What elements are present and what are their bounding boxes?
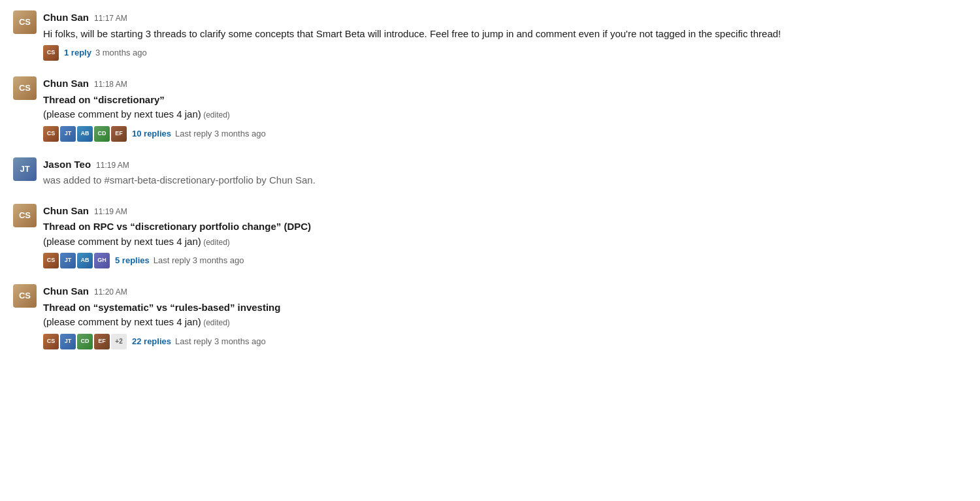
message-text: Thread on “discretionary”(please comment… — [43, 93, 967, 122]
reply-avatars: CSJTABCDEF — [43, 126, 128, 142]
reply-avatar: CS — [43, 253, 59, 268]
reply-avatar: CD — [77, 334, 93, 349]
reply-time: Last reply 3 months ago — [175, 335, 266, 348]
reply-time: Last reply 3 months ago — [175, 127, 266, 140]
message-header: Chun San11:18 AM — [43, 76, 967, 91]
message-text: Thread on RPC vs “discretionary portfoli… — [43, 219, 967, 249]
message-group: CSChun San11:18 AMThread on “discretiona… — [13, 76, 967, 142]
reply-avatar: GH — [94, 253, 110, 268]
message-content: Chun San11:18 AMThread on “discretionary… — [43, 76, 967, 142]
message-group: JTJason Teo11:19 AMwas added to #smart-b… — [13, 157, 967, 188]
message-body-text: was added to #smart-beta-discretionary-p… — [43, 174, 316, 186]
message-header: Chun San11:17 AM — [43, 10, 967, 25]
avatar[interactable]: JT — [13, 157, 37, 181]
message-header: Chun San11:20 AM — [43, 284, 967, 299]
reply-avatar: JT — [60, 126, 76, 142]
reply-count[interactable]: 10 replies — [132, 127, 171, 140]
message-timestamp: 11:18 AM — [94, 78, 127, 90]
reply-avatar: AB — [77, 126, 93, 142]
reply-avatars: CSJTCDEF+2 — [43, 334, 128, 349]
username[interactable]: Chun San — [43, 204, 89, 219]
message-bold-text: Thread on “discretionary” — [43, 94, 165, 105]
username[interactable]: Chun San — [43, 76, 89, 91]
reply-avatar: AB — [77, 253, 93, 268]
message-body-text: (please comment by next tues 4 jan) — [43, 236, 201, 247]
message-timestamp: 11:17 AM — [94, 12, 127, 24]
message-body-text: (please comment by next tues 4 jan) — [43, 108, 201, 120]
username[interactable]: Jason Teo — [43, 157, 91, 172]
edited-label: (edited) — [201, 318, 230, 327]
thread-replies[interactable]: CSJTABGH5 repliesLast reply 3 months ago — [43, 253, 967, 268]
reply-avatar: CS — [43, 126, 59, 142]
message-body-text: Hi folks, will be starting 3 threads to … — [43, 28, 781, 39]
reply-avatar: CD — [94, 126, 110, 142]
username[interactable]: Chun San — [43, 10, 89, 25]
message-timestamp: 11:19 AM — [94, 206, 127, 218]
reply-avatar: CS — [43, 45, 59, 61]
reply-avatars: CS — [43, 45, 60, 61]
message-timestamp: 11:19 AM — [96, 159, 129, 171]
edited-label: (edited) — [201, 110, 230, 120]
message-text: was added to #smart-beta-discretionary-p… — [43, 173, 967, 188]
username[interactable]: Chun San — [43, 284, 89, 299]
message-group: CSChun San11:17 AMHi folks, will be star… — [13, 10, 967, 61]
message-group: CSChun San11:19 AMThread on RPC vs “disc… — [13, 204, 967, 269]
message-bold-text: Thread on “systematic” vs “rules-based” … — [43, 302, 280, 313]
thread-replies[interactable]: CSJTCDEF+222 repliesLast reply 3 months … — [43, 334, 967, 349]
reply-time: Last reply 3 months ago — [154, 254, 244, 267]
reply-avatar: CS — [43, 334, 59, 349]
reply-avatar: JT — [60, 253, 76, 268]
reply-count[interactable]: 5 replies — [115, 254, 150, 267]
reply-count[interactable]: 22 replies — [132, 335, 171, 348]
reply-count[interactable]: 1 reply — [64, 46, 91, 59]
avatar[interactable]: CS — [13, 204, 37, 227]
avatar[interactable]: CS — [13, 284, 37, 308]
message-body-text: (please comment by next tues 4 jan) — [43, 316, 201, 327]
avatar[interactable]: CS — [13, 76, 37, 100]
reply-avatars: CSJTABGH — [43, 253, 111, 268]
messages-container: CSChun San11:17 AMHi folks, will be star… — [0, 0, 980, 376]
message-group: CSChun San11:20 AMThread on “systematic”… — [13, 284, 967, 349]
message-text: Thread on “systematic” vs “rules-based” … — [43, 300, 967, 330]
reply-avatar: EF — [94, 334, 110, 349]
message-content: Chun San11:19 AMThread on RPC vs “discre… — [43, 204, 967, 269]
thread-replies[interactable]: CSJTABCDEF10 repliesLast reply 3 months … — [43, 126, 967, 142]
reply-avatar-plus: +2 — [111, 334, 127, 349]
avatar[interactable]: CS — [13, 10, 37, 34]
thread-replies[interactable]: CS1 reply3 months ago — [43, 45, 967, 61]
edited-label: (edited) — [201, 238, 230, 247]
message-header: Jason Teo11:19 AM — [43, 157, 967, 172]
message-header: Chun San11:19 AM — [43, 204, 967, 219]
reply-time: 3 months ago — [95, 46, 147, 59]
message-bold-text: Thread on RPC vs “discretionary portfoli… — [43, 221, 311, 232]
reply-avatar: EF — [111, 126, 127, 142]
reply-avatar: JT — [60, 334, 76, 349]
message-text: Hi folks, will be starting 3 threads to … — [43, 27, 967, 42]
message-content: Chun San11:17 AMHi folks, will be starti… — [43, 10, 967, 61]
message-timestamp: 11:20 AM — [94, 286, 127, 298]
message-content: Chun San11:20 AMThread on “systematic” v… — [43, 284, 967, 349]
message-content: Jason Teo11:19 AMwas added to #smart-bet… — [43, 157, 967, 188]
